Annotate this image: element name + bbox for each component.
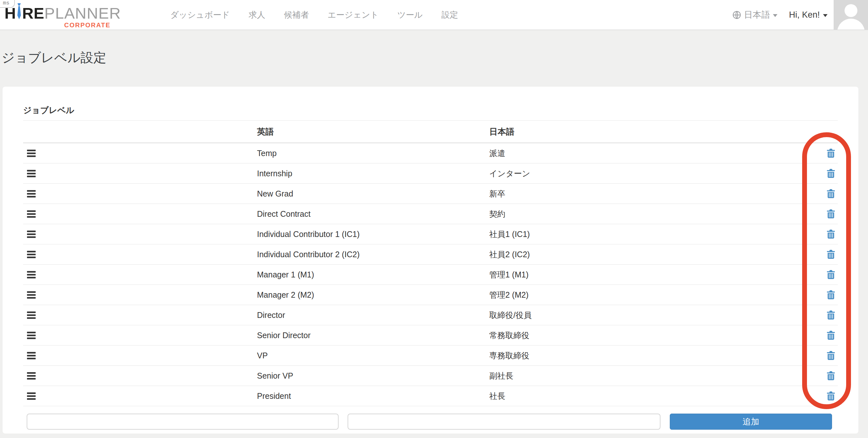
job-level-en: Senior VP bbox=[257, 366, 293, 386]
header-right: 日本語 Hi, Ken! bbox=[733, 0, 828, 30]
nav-item-tools[interactable]: ツール bbox=[397, 9, 423, 21]
job-level-ja: 常務取締役 bbox=[489, 325, 529, 345]
job-level-en: Senior Director bbox=[257, 325, 311, 345]
delete-row-button[interactable] bbox=[825, 269, 837, 280]
job-level-en: VP bbox=[257, 346, 268, 366]
job-level-ja: 社員1 (IC1) bbox=[489, 224, 530, 244]
trash-icon bbox=[827, 371, 835, 380]
avatar-body bbox=[837, 19, 865, 30]
new-level-en-input[interactable] bbox=[27, 414, 339, 430]
table-row: Director 取締役/役員 bbox=[23, 305, 838, 325]
language-label: 日本語 bbox=[744, 9, 770, 21]
delete-row-button[interactable] bbox=[825, 208, 837, 220]
nav-item-candidates[interactable]: 候補者 bbox=[284, 9, 309, 21]
delete-row-button[interactable] bbox=[825, 228, 837, 240]
drag-handle-icon[interactable] bbox=[27, 230, 36, 238]
job-level-card: ジョブレベル 英語 日本語 Temp 派遣 Internship インターン bbox=[3, 87, 858, 434]
trash-icon bbox=[827, 310, 835, 320]
job-level-ja: 新卒 bbox=[489, 184, 505, 204]
job-level-ja: インターン bbox=[489, 163, 530, 183]
delete-row-button[interactable] bbox=[825, 390, 837, 402]
delete-row-button[interactable] bbox=[825, 289, 837, 301]
trash-icon bbox=[827, 189, 835, 198]
drag-handle-icon[interactable] bbox=[27, 311, 36, 319]
job-level-ja: 専務取締役 bbox=[489, 346, 529, 366]
drag-handle-icon[interactable] bbox=[27, 250, 36, 258]
drag-handle-icon[interactable] bbox=[27, 352, 36, 359]
avatar[interactable] bbox=[834, 0, 868, 30]
logo-corporate: CORPORATE bbox=[4, 22, 111, 29]
table-row: Senior Director 常務取締役 bbox=[23, 325, 838, 346]
table-row: Direct Contract 契約 bbox=[23, 204, 838, 224]
drag-handle-icon[interactable] bbox=[27, 271, 36, 278]
delete-row-button[interactable] bbox=[825, 168, 837, 179]
app-screen: HREPLANNER CORPORATE ダッシュボード 求人 候補者 エージェ… bbox=[0, 0, 868, 438]
top-bar: HREPLANNER CORPORATE ダッシュボード 求人 候補者 エージェ… bbox=[0, 0, 868, 30]
nav-item-agents[interactable]: エージェント bbox=[328, 9, 379, 21]
language-selector[interactable]: 日本語 bbox=[733, 9, 777, 21]
table-row: Individual Contributor 1 (IC1) 社員1 (IC1) bbox=[23, 224, 838, 244]
user-menu[interactable]: Hi, Ken! bbox=[789, 10, 828, 20]
new-level-ja-input[interactable] bbox=[348, 414, 660, 430]
job-level-ja: 取締役/役員 bbox=[489, 305, 532, 325]
drag-handle-icon[interactable] bbox=[27, 149, 36, 157]
job-level-ja: 管理1 (M1) bbox=[489, 264, 528, 284]
logo-hire-re: RE bbox=[22, 4, 44, 22]
drag-handle-icon[interactable] bbox=[27, 291, 36, 299]
delete-row-button[interactable] bbox=[825, 309, 837, 321]
drag-handle-icon[interactable] bbox=[27, 169, 36, 177]
table-row: Temp 派遣 bbox=[23, 143, 838, 163]
job-level-en: Temp bbox=[257, 143, 277, 163]
nav-item-dashboard[interactable]: ダッシュボード bbox=[170, 9, 230, 21]
table-row: VP 専務取締役 bbox=[23, 346, 838, 366]
add-button[interactable]: 追加 bbox=[670, 414, 832, 430]
job-level-en: President bbox=[257, 386, 291, 406]
trash-icon bbox=[827, 250, 835, 259]
delete-row-button[interactable] bbox=[825, 350, 837, 361]
tie-icon bbox=[17, 3, 22, 21]
job-level-en: Manager 1 (M1) bbox=[257, 264, 314, 284]
table-row: New Grad 新卒 bbox=[23, 184, 838, 204]
delete-row-button[interactable] bbox=[825, 370, 837, 381]
job-level-en: Internship bbox=[257, 163, 292, 183]
drag-handle-icon[interactable] bbox=[27, 190, 36, 197]
delete-row-button[interactable] bbox=[825, 147, 837, 159]
trash-icon bbox=[827, 290, 835, 300]
trash-icon bbox=[827, 331, 835, 340]
job-level-ja: 副社長 bbox=[489, 366, 513, 386]
table-row: Manager 1 (M1) 管理1 (M1) bbox=[23, 264, 838, 285]
trash-icon bbox=[827, 270, 835, 279]
card-heading: ジョブレベル bbox=[23, 105, 838, 116]
table-row: Individual Contributor 2 (IC2) 社員2 (IC2) bbox=[23, 244, 838, 264]
delete-row-button[interactable] bbox=[825, 188, 837, 199]
trash-icon bbox=[827, 229, 835, 239]
logo-planner: PLANNER bbox=[44, 4, 121, 22]
drag-handle-icon[interactable] bbox=[27, 332, 36, 339]
job-level-en: Direct Contract bbox=[257, 204, 311, 224]
avatar-head bbox=[844, 4, 858, 17]
job-level-ja: 社員2 (IC2) bbox=[489, 244, 530, 264]
main-nav: ダッシュボード 求人 候補者 エージェント ツール 設定 bbox=[170, 0, 458, 30]
nav-item-jobs[interactable]: 求人 bbox=[249, 9, 265, 21]
job-level-ja: 契約 bbox=[489, 204, 505, 224]
column-header-japanese: 日本語 bbox=[489, 121, 514, 143]
drag-handle-icon[interactable] bbox=[27, 372, 36, 380]
job-level-en: New Grad bbox=[257, 184, 293, 204]
app-logo[interactable]: HREPLANNER CORPORATE bbox=[4, 2, 111, 29]
delete-row-button[interactable] bbox=[825, 330, 837, 341]
drag-handle-icon[interactable] bbox=[27, 210, 36, 218]
job-level-card-inner: ジョブレベル 英語 日本語 Temp 派遣 Internship インターン bbox=[3, 87, 858, 430]
column-header-english: 英語 bbox=[257, 121, 274, 143]
table-row: Manager 2 (M2) 管理2 (M2) bbox=[23, 285, 838, 305]
globe-icon bbox=[733, 10, 741, 19]
table-row: Senior VP 副社長 bbox=[23, 366, 838, 386]
trash-icon bbox=[827, 351, 835, 360]
delete-row-button[interactable] bbox=[825, 249, 837, 260]
logo-wordmark: HREPLANNER bbox=[4, 2, 111, 22]
job-level-en: Manager 2 (M2) bbox=[257, 285, 314, 305]
job-level-en: Individual Contributor 1 (IC1) bbox=[257, 224, 360, 244]
job-level-ja: 管理2 (M2) bbox=[489, 285, 528, 305]
nav-item-settings[interactable]: 設定 bbox=[441, 9, 458, 21]
job-level-en: Director bbox=[257, 305, 285, 325]
drag-handle-icon[interactable] bbox=[27, 392, 36, 400]
